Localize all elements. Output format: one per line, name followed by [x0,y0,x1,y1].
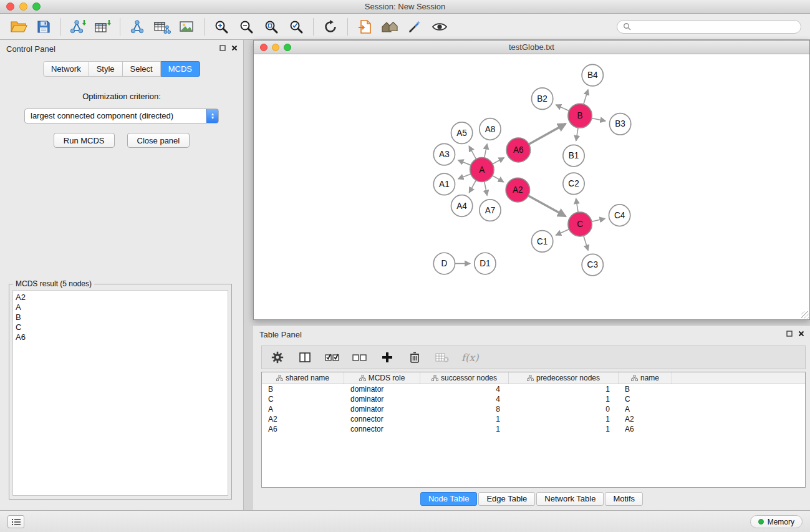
float-panel-icon[interactable] [219,45,226,51]
graph-node-label: C2 [568,179,579,188]
tab-network-table[interactable]: Network Table [536,492,604,506]
open-session-button[interactable] [6,16,31,38]
zoom-selected-button[interactable] [284,16,309,38]
graph-edge-C-C1[interactable] [556,229,569,235]
column-header-name[interactable]: name [619,372,672,384]
column-header-MCDS-role[interactable]: MCDS role [344,372,420,384]
table-toolbar: f(x) [261,346,806,369]
graph-edge-C-C3[interactable] [584,236,588,250]
graph-edge-A6-B[interactable] [529,123,566,144]
import-network-icon [69,19,87,34]
tab-network[interactable]: Network [43,61,89,77]
criterion-dropdown[interactable]: largest connected component (directed) ▲… [24,109,219,123]
graph-edge-C-C4[interactable] [592,219,605,222]
network-canvas[interactable]: B4B2BB3A5A8A6B1A3AC2A1A2A4A7C4CC1C3DD1 [254,54,809,319]
minimize-window-button[interactable] [19,2,27,11]
zoom-out-button[interactable] [234,16,259,38]
close-window-button[interactable] [6,2,14,11]
zoom-selected-icon [289,19,304,34]
network-window-titlebar[interactable]: testGlobe.txt [254,41,809,54]
graph-edge-A-A3[interactable] [458,160,471,165]
right-area: testGlobe.txt B4B2BB3A5A8A6B1A3AC2A1A2A4… [253,40,810,510]
show-columns-button[interactable] [297,348,313,367]
network-zoom-button[interactable] [284,44,291,51]
save-session-button[interactable] [31,16,56,38]
mcds-result-item[interactable]: A [13,302,228,312]
trash-icon [409,351,420,364]
graph-edge-A-A6[interactable] [493,158,504,164]
mcds-result-item[interactable]: A2 [13,293,228,302]
search-box[interactable] [617,20,801,34]
graph-edge-A-A2[interactable] [493,176,504,182]
import-network-button[interactable] [65,16,90,38]
import-table-button[interactable] [90,16,115,38]
add-column-button[interactable] [379,348,395,367]
tab-node-table[interactable]: Node Table [420,492,478,506]
graph-edge-A-A1[interactable] [458,174,471,179]
graph-edge-A-A4[interactable] [469,180,476,193]
graph-edge-A-A7[interactable] [485,181,487,195]
column-header-predecessor-nodes[interactable]: predecessor nodes [509,372,619,384]
tab-motifs[interactable]: Motifs [605,492,643,506]
table-row[interactable]: Cdominator41C [262,394,805,404]
tab-edge-table[interactable]: Edge Table [478,492,535,506]
graph-edge-B-B1[interactable] [576,128,578,141]
table-row[interactable]: A6connector11A6 [262,424,805,434]
apply-layout-button[interactable] [318,16,343,38]
resize-grip[interactable] [801,311,809,319]
search-input[interactable] [635,22,795,31]
tab-select[interactable]: Select [123,61,161,77]
float-panel-icon[interactable] [786,331,793,337]
column-header-shared-name[interactable]: shared name [262,372,344,384]
graph-edge-B-B3[interactable] [592,118,605,121]
network-close-button[interactable] [260,44,268,51]
zoom-in-button[interactable] [209,16,234,38]
table-row[interactable]: Bdominator41B [262,384,805,394]
table-cell: dominator [344,384,420,394]
column-header-successor-nodes[interactable]: successor nodes [420,372,509,384]
mcds-result-item[interactable]: C [13,322,228,332]
table-cell: B [262,384,344,394]
table-row[interactable]: A2connector11A2 [262,414,805,424]
network-minimize-button[interactable] [272,44,279,51]
graph-edge-A-A5[interactable] [469,146,476,159]
delete-table-button[interactable] [434,348,450,367]
app-titlebar: Session: New Session [0,0,810,14]
close-panel-button[interactable]: Close panel [127,133,190,148]
graph-node-label: A4 [456,201,467,211]
graph-edge-B-B2[interactable] [556,105,569,111]
graph-edge-C-C2[interactable] [576,199,578,213]
zoom-fit-button[interactable] [259,16,284,38]
session-document-button[interactable] [352,16,377,38]
graph-edge-A2-C[interactable] [528,196,566,216]
network-window-title: testGlobe.txt [509,42,554,52]
graph-edge-A-A8[interactable] [485,144,487,158]
network-graph[interactable]: B4B2BB3A5A8A6B1A3AC2A1A2A4A7C4CC1C3DD1 [254,54,809,319]
select-all-button[interactable] [324,348,340,367]
mcds-result-item[interactable]: B [13,312,228,322]
status-bar: Memory [0,510,810,532]
graph-edge-B-B4[interactable] [584,90,588,104]
show-details-button[interactable] [427,16,452,38]
function-builder-button[interactable]: f(x) [461,348,478,367]
close-panel-icon[interactable] [798,331,804,337]
mcds-result-list[interactable]: A2ABCA6 [12,290,228,496]
delete-column-button[interactable] [407,348,423,367]
close-panel-icon[interactable] [231,45,238,51]
table-settings-button[interactable] [269,348,286,367]
run-mcds-button[interactable]: Run MCDS [54,133,115,148]
memory-button[interactable]: Memory [750,515,803,528]
graph-node-label: D [441,259,447,268]
mcds-result-item[interactable]: A6 [13,332,228,342]
export-image-button[interactable] [175,16,200,38]
tab-mcds[interactable]: MCDS [161,61,200,77]
tab-style[interactable]: Style [89,61,123,77]
task-history-button[interactable] [7,515,24,528]
home-button[interactable] [377,16,402,38]
new-network-button[interactable] [125,16,150,38]
zoom-window-button[interactable] [32,2,41,11]
table-row[interactable]: Adominator80A [262,404,805,414]
deselect-all-button[interactable] [352,348,368,367]
style-wand-button[interactable] [402,16,427,38]
export-table-button[interactable] [150,16,175,38]
